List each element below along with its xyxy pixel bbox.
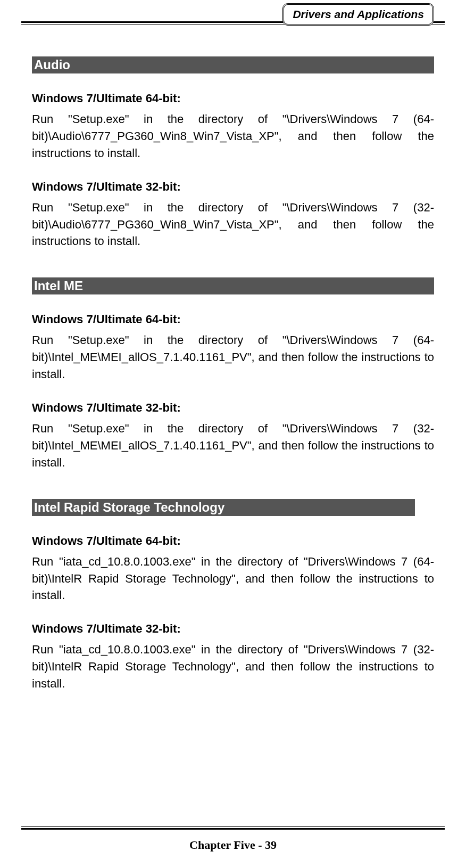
body-paragraph: Run "Setup.exe" in the directory of "\Dr… xyxy=(32,111,434,162)
footer-page-label: Chapter Five - 39 xyxy=(21,838,445,852)
page-header: Drivers and Applications xyxy=(0,0,466,24)
subheading: Windows 7/Ultimate 32-bit: xyxy=(32,180,434,194)
header-badge-text: Drivers and Applications xyxy=(293,8,424,20)
page-footer: Chapter Five - 39 xyxy=(21,826,445,852)
section-heading-intel-rst: Intel Rapid Storage Technology xyxy=(32,499,415,516)
body-paragraph: Run "Setup.exe" in the directory of "\Dr… xyxy=(32,332,434,383)
page-content: Audio Windows 7/Ultimate 64-bit: Run "Se… xyxy=(0,24,466,692)
body-paragraph: Run "Setup.exe" in the directory of "\Dr… xyxy=(32,420,434,471)
subheading: Windows 7/Ultimate 64-bit: xyxy=(32,313,434,326)
subheading: Windows 7/Ultimate 64-bit: xyxy=(32,92,434,105)
subheading: Windows 7/Ultimate 32-bit: xyxy=(32,401,434,415)
subheading: Windows 7/Ultimate 64-bit: xyxy=(32,534,434,548)
section-heading-intel-me: Intel ME xyxy=(32,277,434,294)
body-paragraph: Run "Setup.exe" in the directory of "\Dr… xyxy=(32,199,434,250)
body-paragraph: Run "iata_cd_10.8.0.1003.exe" in the dir… xyxy=(32,641,434,692)
header-badge: Drivers and Applications xyxy=(282,3,434,26)
body-paragraph: Run "iata_cd_10.8.0.1003.exe" in the dir… xyxy=(32,553,434,604)
section-heading-audio: Audio xyxy=(32,56,434,73)
subheading: Windows 7/Ultimate 32-bit: xyxy=(32,622,434,636)
bottom-divider xyxy=(21,826,445,830)
